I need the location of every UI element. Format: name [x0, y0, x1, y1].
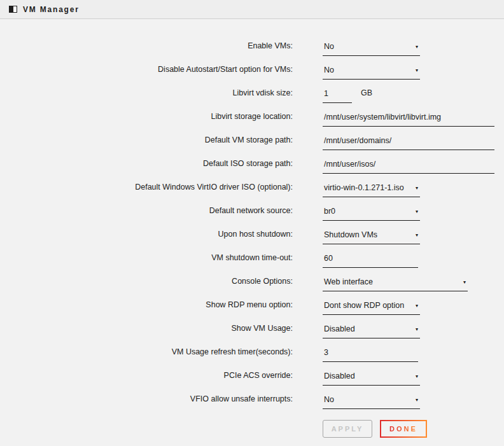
libvirt-vdisk-size-input[interactable] [323, 89, 352, 103]
select-value: No [324, 395, 334, 404]
field-label: Show VM Usage: [0, 324, 293, 338]
columns-icon [9, 6, 17, 13]
form-row: Default Windows VirtIO driver ISO (optio… [0, 174, 504, 197]
vm-shutdown-timeout-input[interactable] [323, 254, 418, 268]
form-row: VM Usage refresh timer(seconds): [0, 338, 504, 362]
chevron-down-icon: ▾ [416, 398, 418, 403]
default-vm-storage-path-input[interactable] [323, 136, 494, 150]
pcie-acs-override-select[interactable]: Disabled ▾ [323, 372, 420, 386]
show-rdp-menu-select[interactable]: Dont show RDP option ▾ [323, 301, 420, 315]
field-label: VM shutdown time-out: [0, 253, 293, 268]
form-row: Default network source: br0 ▾ [0, 197, 504, 221]
field-label: VFIO allow unsafe interrupts: [0, 394, 293, 409]
form-row: Libvirt storage location: [0, 103, 504, 127]
select-value: Disabled [324, 324, 355, 333]
field-label: Upon host shutdown: [0, 230, 293, 244]
field-label: PCIe ACS override: [0, 371, 293, 386]
chevron-down-icon: ▾ [416, 45, 418, 50]
field-label: Default ISO storage path: [0, 159, 293, 174]
form-row: Show RDP menu option: Dont show RDP opti… [0, 291, 504, 315]
show-vm-usage-select[interactable]: Disabled ▾ [323, 324, 420, 338]
virtio-driver-iso-select[interactable]: virtio-win-0.1.271-1.iso ▾ [323, 183, 420, 197]
form-row: PCIe ACS override: Disabled ▾ [0, 362, 504, 386]
libvirt-storage-location-input[interactable] [323, 113, 494, 127]
form-row: Enable VMs: No ▾ [0, 32, 504, 56]
console-options-select[interactable]: Web interface ▾ [323, 277, 468, 291]
field-label: Libvirt vdisk size: [0, 88, 293, 103]
chevron-down-icon: ▾ [416, 233, 418, 238]
upon-host-shutdown-select[interactable]: Shutdown VMs ▾ [323, 230, 420, 244]
default-iso-storage-path-input[interactable] [323, 160, 494, 174]
form-row: Console Options: Web interface ▾ [0, 268, 504, 291]
form-row: VM shutdown time-out: [0, 244, 504, 268]
disable-autostart-select[interactable]: No ▾ [323, 66, 420, 80]
field-label: Console Options: [0, 277, 293, 291]
chevron-down-icon: ▾ [416, 327, 418, 332]
done-button[interactable]: DONE [380, 420, 427, 438]
enable-vms-select[interactable]: No ▾ [323, 42, 420, 56]
vm-manager-settings-page: VM Manager Enable VMs: No ▾ Disable Auto… [0, 0, 504, 438]
apply-button[interactable]: APPLY [323, 420, 372, 438]
vfio-unsafe-interrupts-select[interactable]: No ▾ [323, 395, 420, 409]
select-value: No [324, 42, 334, 51]
form-row: Upon host shutdown: Shutdown VMs ▾ [0, 221, 504, 244]
form-row: Default VM storage path: [0, 127, 504, 150]
field-label: Disable Autostart/Start option for VMs: [0, 65, 293, 80]
chevron-down-icon: ▾ [416, 303, 418, 309]
titlebar: VM Manager [0, 0, 504, 19]
select-value: Shutdown VMs [324, 230, 377, 239]
chevron-down-icon: ▾ [416, 209, 418, 214]
field-label: Libvirt storage location: [0, 112, 293, 127]
chevron-down-icon: ▾ [416, 374, 418, 379]
field-label: Default network source: [0, 206, 293, 221]
select-value: Dont show RDP option [324, 301, 404, 310]
gb-suffix-label: GB [361, 88, 372, 103]
form-row: Show VM Usage: Disabled ▾ [0, 315, 504, 338]
chevron-down-icon: ▾ [463, 280, 466, 285]
buttons-row: APPLY DONE [323, 420, 504, 438]
select-value: Web interface [324, 277, 373, 286]
form-row: Disable Autostart/Start option for VMs: … [0, 56, 504, 80]
page-title: VM Manager [23, 5, 80, 14]
select-value: Disabled [324, 372, 355, 380]
chevron-down-icon: ▾ [416, 186, 418, 191]
default-network-source-select[interactable]: br0 ▾ [323, 207, 420, 221]
select-value: No [324, 66, 334, 74]
field-label: Default VM storage path: [0, 136, 293, 150]
select-value: virtio-win-0.1.271-1.iso [324, 183, 404, 192]
field-label: Default Windows VirtIO driver ISO (optio… [0, 183, 293, 197]
select-value: br0 [324, 207, 335, 216]
form-row: Libvirt vdisk size: GB [0, 80, 504, 103]
form-row: VFIO allow unsafe interrupts: No ▾ [0, 386, 504, 409]
field-label: Enable VMs: [0, 41, 293, 56]
field-label: VM Usage refresh timer(seconds): [0, 347, 293, 362]
vm-usage-refresh-timer-input[interactable] [323, 348, 418, 362]
settings-form: Enable VMs: No ▾ Disable Autostart/Start… [0, 19, 504, 438]
done-button-label: DONE [389, 425, 417, 433]
form-row: Default ISO storage path: [0, 150, 504, 174]
chevron-down-icon: ▾ [416, 68, 418, 73]
field-label: Show RDP menu option: [0, 300, 293, 315]
